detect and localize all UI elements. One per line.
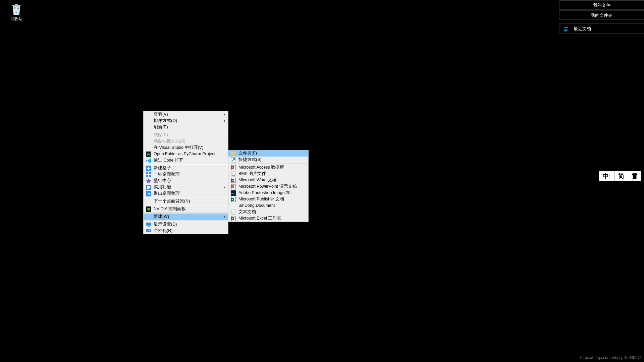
svg-rect-20 (148, 226, 150, 227)
svg-text:P: P (232, 198, 233, 201)
new-excel[interactable]: X Microsoft Excel 工作表 (228, 215, 308, 222)
menu-label: 粘贴快捷方式(S) (154, 139, 185, 143)
menu-label: Microsoft Access 数据库 (238, 165, 284, 170)
svg-rect-11 (149, 175, 151, 177)
menu-label: 一键桌面整理 (154, 172, 180, 177)
menu-label: Open Folder as PyCharm Project (154, 152, 215, 156)
ctx-nvidia[interactable]: NVIDIA 控制面板 (144, 206, 228, 212)
new-word[interactable]: W Microsoft Word 文档 (228, 177, 308, 183)
ime-charset-toggle[interactable]: 简 (614, 171, 628, 181)
new-publisher[interactable]: P Microsoft Publisher 文档 (228, 196, 308, 202)
display-icon (146, 222, 151, 227)
svg-rect-13 (147, 186, 150, 187)
ctx-wallpaper-center[interactable]: 壁纸中心 (144, 178, 228, 184)
svg-text:X: X (232, 218, 233, 220)
svg-point-18 (147, 208, 150, 210)
ctx-one-click-arrange[interactable]: 一键桌面整理 (144, 171, 228, 178)
menu-label: 实用功能 (154, 185, 171, 189)
menu-label: 排序方式(O) (154, 118, 177, 123)
txt-icon (231, 209, 236, 215)
new-photoshop[interactable]: Ps Adobe Photoshop Image.20 (228, 190, 308, 196)
vscode-icon (146, 158, 151, 163)
menu-label: 新建格子 (154, 166, 171, 170)
svg-rect-4 (564, 30, 567, 31)
desktop-context-menu: 查看(V) 排序方式(O) 刷新(E) 粘贴(P) 粘贴快捷方式(S) 在 Vi… (143, 111, 228, 234)
svg-rect-21 (146, 229, 151, 232)
menu-label: 新建(W) (154, 214, 169, 219)
recent-docs-icon (564, 26, 569, 32)
ctx-open-pycharm[interactable]: PC Open Folder as PyCharm Project (144, 151, 228, 157)
new-bmp[interactable]: BMP 图片文件 (228, 171, 308, 177)
menu-label: Adobe Photoshop Image.20 (238, 190, 290, 195)
menu-label: 在 Visual Studio 中打开(V) (154, 145, 203, 150)
menu-separator (144, 131, 228, 131)
svg-rect-10 (146, 175, 148, 177)
word-icon: W (231, 178, 236, 183)
ctx-next-wallpaper[interactable]: 下一个桌面背景(N) (144, 198, 228, 204)
menu-label: Microsoft PowerPoint 演示文稿 (238, 184, 297, 189)
new-access[interactable]: A Microsoft Access 数据库 (228, 164, 308, 171)
menu-label: 粘贴(P) (154, 132, 168, 137)
ime-skin-button[interactable] (628, 171, 641, 181)
pycharm-icon: PC (146, 152, 151, 157)
ctx-sort[interactable]: 排序方式(O) (144, 118, 228, 124)
side-panel-recent-docs[interactable]: 最近文档 (559, 23, 644, 34)
ctx-new[interactable]: 新建(W) (144, 214, 228, 220)
ctx-paste: 粘贴(P) (144, 132, 228, 138)
menu-label: 文本文档 (238, 209, 256, 214)
ctx-personalize[interactable]: 个性化(R) (144, 228, 228, 234)
ctx-new-grid[interactable]: 新建格子 (144, 165, 228, 171)
menu-separator (144, 197, 228, 198)
menu-label: Microsoft Publisher 文档 (238, 197, 284, 201)
menu-separator (144, 213, 228, 213)
ime-toolbar[interactable]: 中; 简 (598, 171, 641, 181)
menu-label: Microsoft Excel 工作表 (238, 216, 281, 221)
ctx-open-visual-studio[interactable]: 在 Visual Studio 中打开(V) (144, 144, 228, 151)
arrange-icon (146, 172, 151, 177)
side-panel-label: 最近文档 (574, 26, 591, 31)
svg-text:P: P (232, 186, 233, 188)
bmp-icon (231, 171, 236, 177)
ctx-view[interactable]: 查看(V) (144, 111, 228, 118)
svg-rect-8 (146, 172, 148, 174)
ctx-utility[interactable]: 实用功能 (144, 184, 228, 190)
ctx-refresh[interactable]: 刷新(E) (144, 124, 228, 130)
svg-rect-3 (564, 28, 568, 29)
new-folder[interactable]: 文件夹(F) (228, 150, 308, 157)
new-sindong[interactable]: SinDong.Document (228, 202, 308, 209)
svg-rect-15 (147, 188, 149, 189)
powerpoint-icon: P (231, 184, 236, 189)
side-panel-my-folder[interactable]: 我的文件夹 (559, 10, 644, 20)
new-submenu: 文件夹(F) 快捷方式(S) A Microsoft Access 数据库 BM… (228, 150, 309, 222)
svg-text:PC: PC (147, 153, 151, 156)
ime-lang-toggle[interactable]: 中; (599, 171, 614, 181)
nvidia-icon (146, 206, 151, 212)
recycle-bin-icon (10, 2, 23, 15)
menu-label: SinDong.Document (238, 203, 275, 208)
desktop-icon-recycle-bin[interactable]: 回收站 (4, 2, 29, 22)
svg-rect-1 (15, 4, 18, 5)
new-shortcut[interactable]: 快捷方式(S) (228, 157, 308, 163)
menu-label: Microsoft Word 文档 (238, 178, 276, 182)
side-panel-my-files[interactable]: 我的文件 (559, 0, 644, 10)
svg-point-27 (232, 173, 233, 174)
side-panel-label: 我的文件夹 (591, 13, 612, 18)
new-txt[interactable]: 文本文档 (228, 209, 308, 215)
excel-icon: X (231, 216, 236, 221)
menu-label: 查看(V) (154, 112, 168, 117)
menu-label: 通过 Code 打开 (154, 158, 183, 163)
access-icon: A (231, 165, 236, 170)
menu-label: 个性化(R) (154, 228, 172, 233)
photoshop-icon: Ps (231, 190, 236, 196)
ime-label: 中 (603, 171, 609, 181)
new-powerpoint[interactable]: P Microsoft PowerPoint 演示文稿 (228, 183, 308, 190)
menu-label: 退出桌面整理 (154, 191, 180, 196)
ctx-exit-arrange[interactable]: 退出桌面整理 (144, 190, 228, 197)
menu-label: 刷新(E) (154, 125, 168, 129)
svg-text:A: A (232, 167, 233, 169)
menu-separator (229, 163, 308, 164)
side-panel-label: 我的文件 (593, 3, 610, 8)
menu-label: NVIDIA 控制面板 (154, 206, 186, 211)
ctx-display-settings[interactable]: 显示设置(D) (144, 221, 228, 228)
ctx-open-code[interactable]: 通过 Code 打开 (144, 157, 228, 164)
